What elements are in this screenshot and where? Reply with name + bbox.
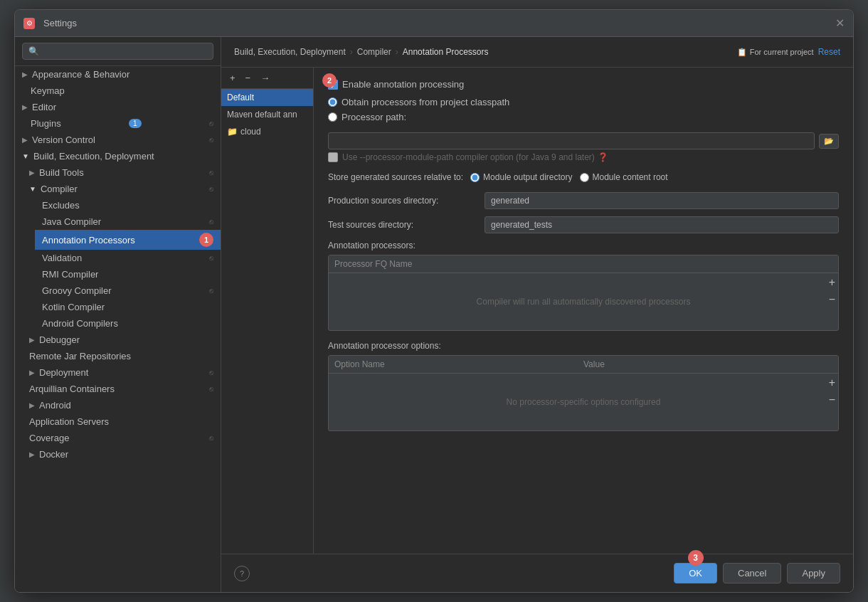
- module-content-radio[interactable]: [580, 173, 589, 182]
- cancel-button[interactable]: Cancel: [723, 563, 781, 583]
- titlebar: ⚙ Settings ✕: [15, 10, 853, 37]
- app-icon: ⚙: [23, 18, 35, 29]
- annotation-options-body: No processor-specific options configured…: [329, 374, 838, 431]
- production-sources-input[interactable]: [485, 192, 839, 209]
- sidebar-item-editor[interactable]: ▶ Editor: [15, 99, 221, 115]
- arq-ext-icon: ⎋: [209, 385, 213, 393]
- dialog-title: Settings: [43, 18, 77, 28]
- module-path-row: Use --processor-module-path compiler opt…: [328, 152, 839, 162]
- toolbar: + − →: [221, 68, 313, 89]
- sidebar-item-rmi-compiler[interactable]: RMI Compiler: [35, 266, 221, 282]
- close-button[interactable]: ✕: [835, 16, 845, 30]
- sidebar-item-groovy-compiler[interactable]: Groovy Compiler ⎋: [35, 282, 221, 299]
- annotation-options-header: Option Name Value: [329, 356, 838, 374]
- sidebar-item-remote-jar[interactable]: Remote Jar Repositories: [22, 348, 221, 364]
- obtain-from-classpath-radio[interactable]: [328, 97, 337, 107]
- sidebar-item-kotlin-compiler[interactable]: Kotlin Compiler: [35, 299, 221, 315]
- module-path-label: Use --processor-module-path compiler opt…: [342, 152, 608, 162]
- sidebar-item-annotation-processors[interactable]: Annotation Processors 1: [35, 230, 221, 250]
- sidebar-item-coverage[interactable]: Coverage ⎋: [22, 430, 221, 446]
- cov-ext-icon: ⎋: [209, 434, 213, 442]
- panel-body: + − → Default Maven default ann 📁: [221, 68, 853, 554]
- settings-dialog: ⚙ Settings ✕ ▶ Appearance & Behavior Key…: [14, 9, 854, 593]
- sidebar-item-android-compilers[interactable]: Android Compilers: [35, 315, 221, 332]
- annotation-options-label: Annotation processor options:: [328, 341, 839, 351]
- processor-path-row: 📂: [328, 132, 839, 149]
- remove-processor-button[interactable]: −: [241, 70, 255, 85]
- sep1: ›: [350, 47, 353, 57]
- annotation-processors-body: Compiler will run all automatically disc…: [329, 273, 838, 330]
- main-content: ▶ Appearance & Behavior Keymap ▶ Editor …: [15, 37, 853, 592]
- sidebar-item-validation[interactable]: Validation ⎋: [35, 250, 221, 266]
- c-ext-icon: ⎋: [209, 185, 213, 193]
- remove-processor-row-button[interactable]: −: [829, 293, 835, 306]
- module-path-checkbox[interactable]: [328, 152, 338, 162]
- val-ext-icon: ⎋: [209, 254, 213, 262]
- reset-button[interactable]: Reset: [818, 47, 840, 57]
- module-output-radio[interactable]: [470, 173, 480, 182]
- sidebar-item-docker[interactable]: ▶ Docker: [22, 446, 221, 463]
- sidebar-item-java-compiler[interactable]: Java Compiler ⎋: [35, 213, 221, 230]
- sidebar-item-version-control[interactable]: ▶ Version Control ⎋: [15, 132, 221, 148]
- dep-ext-icon: ⎋: [209, 369, 213, 376]
- badge-1: 1: [199, 233, 213, 247]
- apply-button[interactable]: Apply: [787, 563, 840, 583]
- folder-browse-icon: 📂: [824, 137, 834, 145]
- module-content-option[interactable]: Module content root: [580, 172, 668, 182]
- sidebar-item-excludes[interactable]: Excludes: [35, 197, 221, 213]
- sidebar-item-deployment[interactable]: ▶ Deployment ⎋: [22, 364, 221, 381]
- bt-ext-icon: ⎋: [209, 169, 213, 176]
- sidebar-item-keymap[interactable]: Keymap: [15, 83, 221, 99]
- sidebar-item-appearance[interactable]: ▶ Appearance & Behavior: [15, 66, 221, 83]
- right-panel: Build, Execution, Deployment › Compiler …: [221, 37, 853, 592]
- processor-path-radio[interactable]: [328, 112, 337, 122]
- processor-path-input[interactable]: [328, 132, 815, 149]
- sidebar-item-application-servers[interactable]: Application Servers: [22, 413, 221, 430]
- sidebar-item-debugger[interactable]: ▶ Debugger: [22, 332, 221, 348]
- sep2: ›: [396, 47, 398, 57]
- ext-icon: ⎋: [209, 120, 213, 127]
- add-option-row-button[interactable]: +: [829, 376, 835, 389]
- add-processor-button[interactable]: +: [226, 70, 240, 85]
- ok-wrapper: 3 OK: [674, 563, 717, 583]
- help-button[interactable]: ?: [234, 566, 250, 581]
- search-box: [15, 37, 221, 66]
- breadcrumb: Build, Execution, Deployment › Compiler …: [221, 37, 853, 68]
- remove-option-row-button[interactable]: −: [829, 394, 835, 406]
- sidebar-item-plugins[interactable]: Plugins 1 ⎋: [15, 115, 221, 132]
- obtain-from-classpath-label[interactable]: Obtain processors from project classpath: [328, 97, 839, 107]
- breadcrumb-part1: Build, Execution, Deployment: [234, 47, 346, 57]
- sidebar-item-build-tools[interactable]: ▶ Build Tools ⎋: [22, 164, 221, 181]
- annotation-options-table: Option Name Value No processor-specific …: [328, 355, 839, 431]
- processor-item-default[interactable]: Default: [221, 89, 313, 106]
- copy-processor-button[interactable]: →: [256, 70, 274, 85]
- ok-button[interactable]: OK: [674, 563, 717, 583]
- folder-icon: 📁: [227, 127, 238, 137]
- store-sources-row: Store generated sources relative to: Mod…: [328, 172, 839, 182]
- breadcrumb-part2: Compiler: [357, 47, 391, 57]
- enable-annotation-label[interactable]: Enable annotation processing: [328, 79, 464, 90]
- annotation-processors-label: Annotation processors:: [328, 241, 839, 250]
- folder-item-cloud[interactable]: 📁 cloud: [221, 123, 313, 140]
- processor-path-label[interactable]: Processor path:: [328, 112, 839, 122]
- enable-annotation-row: 2 Enable annotation processing: [328, 79, 839, 90]
- search-input[interactable]: [22, 43, 213, 60]
- annotation-processors-table: Processor FQ Name Compiler will run all …: [328, 255, 839, 331]
- annotation-options-section: Annotation processor options: Option Nam…: [328, 341, 839, 431]
- breadcrumb-current: Annotation Processors: [403, 47, 489, 57]
- processor-list-panel: + − → Default Maven default ann 📁: [221, 68, 314, 554]
- module-output-option[interactable]: Module output directory: [470, 172, 572, 182]
- sidebar-item-compiler[interactable]: ▼ Compiler ⎋: [22, 181, 221, 197]
- processor-item-maven[interactable]: Maven default ann: [221, 106, 313, 123]
- sidebar-item-android[interactable]: ▶ Android: [22, 397, 221, 413]
- enable-annotation-checkbox[interactable]: [328, 80, 338, 90]
- test-sources-input[interactable]: [485, 216, 839, 233]
- add-processor-row-button[interactable]: +: [829, 276, 835, 289]
- help-icon[interactable]: ❓: [598, 152, 608, 162]
- browse-button[interactable]: 📂: [819, 134, 839, 149]
- option-name-col: Option Name: [334, 359, 583, 369]
- jc-ext-icon: ⎋: [209, 218, 213, 226]
- processor-list: Default Maven default ann 📁 cloud: [221, 89, 313, 554]
- sidebar-item-build-execution[interactable]: ▼ Build, Execution, Deployment: [15, 148, 221, 164]
- sidebar-item-arquillian[interactable]: Arquillian Containers ⎋: [22, 381, 221, 397]
